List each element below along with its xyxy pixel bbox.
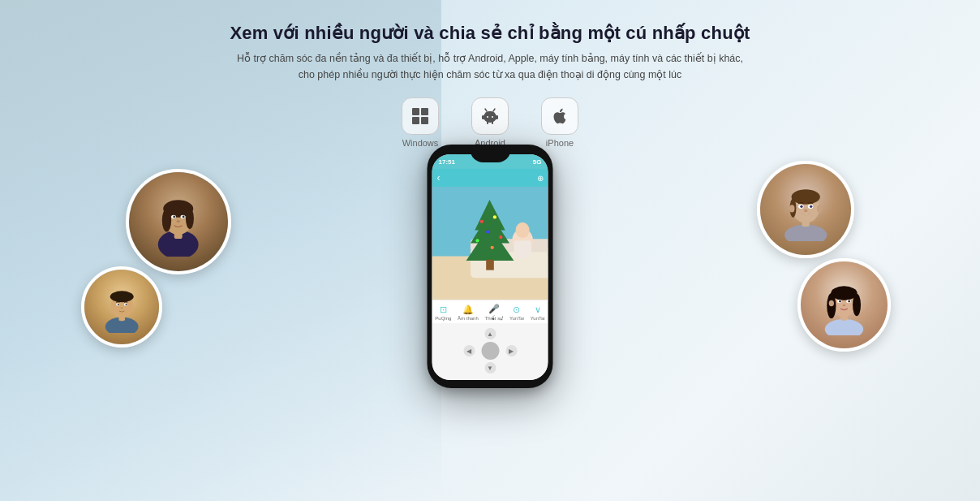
svg-rect-11 [496, 115, 498, 119]
title-section: Xem với nhiều người và chia sẻ chỉ bằng … [230, 0, 750, 89]
svg-point-70 [829, 300, 834, 306]
svg-rect-0 [412, 108, 419, 115]
svg-point-56 [789, 205, 795, 212]
svg-rect-13 [492, 121, 493, 124]
svg-point-22 [174, 216, 176, 218]
svg-rect-5 [484, 115, 496, 119]
phone-device: 17:51 5G ‹ ⊕ [428, 145, 553, 388]
page-subtitle: Hỗ trợ chăm sóc đa nền tảng và đa thiết … [230, 50, 750, 83]
svg-point-61 [810, 205, 812, 207]
subtitle-line2: cho phép nhiều người thực hiện chăm sóc … [299, 69, 682, 80]
back-arrow-icon[interactable]: ‹ [437, 172, 441, 184]
svg-point-19 [186, 209, 194, 230]
mic-label: Thiết sự [485, 315, 504, 321]
svg-rect-50 [514, 240, 531, 257]
yuntai-icon: ⊙ [513, 304, 520, 315]
svg-point-44 [486, 230, 489, 233]
puqing-control[interactable]: ⊡ PuQing [435, 304, 451, 321]
iphone-icon [541, 97, 578, 135]
avatar-man-bottom-left [81, 266, 162, 348]
svg-point-46 [475, 239, 479, 242]
svg-point-28 [110, 291, 134, 302]
svg-point-74 [848, 300, 850, 303]
iphone-platform: iPhone [541, 97, 578, 148]
avatar-man-top-right [757, 161, 854, 258]
windows-platform: Windows [402, 97, 439, 148]
avatar-woman-top-left [126, 169, 231, 274]
svg-point-18 [162, 209, 171, 231]
svg-point-73 [839, 300, 841, 303]
svg-point-9 [492, 116, 493, 118]
more-icon: ∨ [535, 304, 541, 315]
svg-point-8 [487, 116, 488, 118]
controls-bar: ⊡ PuQing 🔔 Âm thanh 🎤 Thiết sự ⊙ [432, 300, 548, 323]
svg-line-6 [485, 109, 487, 111]
platform-icons-row: Windows Android [402, 97, 578, 148]
svg-point-43 [493, 215, 496, 218]
ptz-left-button[interactable]: ◀ [463, 345, 475, 356]
app-header: ‹ ⊕ [432, 169, 548, 187]
status-time: 17:51 [439, 158, 455, 166]
svg-point-51 [784, 224, 827, 241]
svg-point-32 [125, 304, 127, 305]
phone-screen: 17:51 5G ‹ ⊕ [432, 154, 548, 380]
svg-rect-2 [412, 117, 419, 124]
svg-point-60 [800, 205, 802, 207]
svg-point-47 [491, 246, 494, 249]
page-content: Xem với nhiều người và chia sẻ chỉ bằng … [0, 0, 980, 501]
svg-line-7 [493, 109, 495, 111]
svg-point-24 [177, 221, 180, 223]
svg-point-57 [817, 205, 823, 212]
subtitle-line1: Hỗ trợ chăm sóc đa nền tảng và đa thiết … [237, 53, 743, 64]
svg-point-64 [825, 319, 863, 335]
avatar-woman-bottom-right [797, 258, 891, 352]
mic-control[interactable]: 🎤 Thiết sự [485, 304, 504, 321]
svg-rect-1 [421, 108, 428, 115]
settings-icon[interactable]: ⊕ [537, 174, 544, 183]
yuntai-control[interactable]: ⊙ YunTai [509, 304, 524, 321]
svg-rect-12 [487, 121, 488, 124]
puqing-label: PuQing [435, 316, 451, 321]
status-signal: 5G [533, 158, 542, 166]
yuntai-label: YunTai [509, 316, 524, 321]
android-icon [471, 97, 509, 135]
svg-point-23 [183, 216, 185, 218]
page-title: Xem với nhiều người và chia sẻ chỉ bằng … [230, 23, 750, 44]
ptz-down-button[interactable]: ▼ [484, 362, 496, 374]
mic-icon: 🎤 [488, 304, 500, 314]
svg-point-69 [853, 294, 861, 316]
sound-control[interactable]: 🔔 Âm thanh [458, 304, 479, 321]
svg-point-54 [791, 189, 819, 204]
svg-point-42 [480, 220, 484, 223]
svg-point-63 [799, 214, 812, 219]
ptz-up-button[interactable]: ▲ [484, 328, 496, 339]
more-control[interactable]: ∨ YunTai [531, 304, 545, 321]
ptz-right-button[interactable]: ▶ [505, 345, 517, 356]
svg-point-45 [499, 235, 502, 239]
svg-rect-10 [482, 115, 484, 119]
svg-rect-3 [421, 117, 428, 124]
ptz-controls: ▲ ◀ ▶ ▼ [432, 323, 548, 380]
puqing-icon: ⊡ [440, 304, 447, 315]
phone-body: 17:51 5G ‹ ⊕ [428, 145, 553, 388]
android-platform: Android [471, 97, 509, 148]
more-label: YunTai [531, 316, 545, 321]
svg-point-31 [118, 304, 119, 305]
sound-icon: 🔔 [462, 304, 474, 315]
svg-point-49 [516, 222, 530, 238]
svg-rect-41 [486, 260, 494, 270]
windows-icon [402, 97, 439, 135]
ptz-center-button[interactable] [481, 342, 499, 360]
phone-notch [470, 145, 510, 162]
sound-label: Âm thanh [458, 316, 479, 321]
svg-point-75 [843, 304, 846, 306]
main-area: 17:51 5G ‹ ⊕ [0, 153, 980, 501]
svg-point-33 [120, 307, 122, 309]
svg-point-62 [804, 209, 808, 212]
camera-feed [432, 187, 548, 300]
